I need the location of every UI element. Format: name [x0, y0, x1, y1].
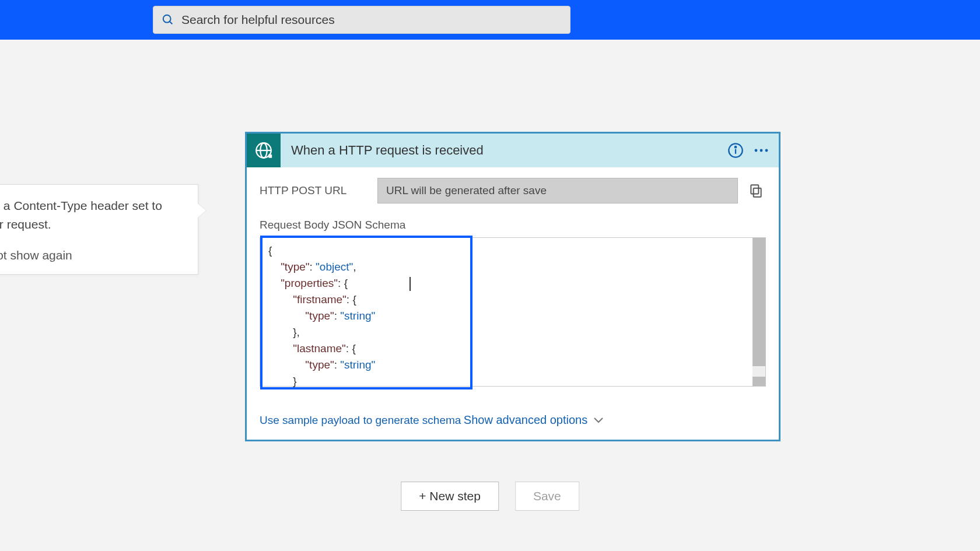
svg-point-8	[755, 149, 758, 152]
svg-point-9	[760, 149, 763, 152]
schema-editor[interactable]: { "type": "object", "properties": { "fir…	[260, 237, 766, 387]
svg-rect-12	[751, 185, 758, 194]
save-button: Save	[515, 482, 579, 511]
bottom-action-bar: + New step Save	[401, 482, 579, 511]
search-placeholder: Search for helpful resources	[181, 13, 335, 27]
svg-point-0	[163, 15, 171, 23]
http-request-icon	[247, 134, 281, 167]
advanced-options-label: Show advanced options	[464, 413, 587, 427]
svg-line-1	[170, 22, 173, 24]
search-input[interactable]: Search for helpful resources	[153, 6, 570, 34]
hint-tooltip: ude a Content-Type header set to your re…	[0, 184, 198, 275]
tooltip-dismiss-link[interactable]: o not show again	[0, 248, 184, 262]
tooltip-text: ude a Content-Type header set to your re…	[0, 196, 184, 233]
search-icon	[162, 13, 174, 26]
designer-canvas: ude a Content-Type header set to your re…	[0, 40, 980, 551]
copy-url-icon[interactable]	[746, 181, 766, 201]
http-url-row: HTTP POST URL URL will be generated afte…	[260, 178, 766, 203]
text-caret	[410, 277, 411, 291]
info-icon[interactable]	[725, 140, 746, 161]
http-url-label: HTTP POST URL	[260, 184, 369, 197]
svg-point-10	[765, 149, 768, 152]
trigger-card: When a HTTP request is received HTTP POS…	[245, 132, 780, 441]
schema-label: Request Body JSON Schema	[260, 219, 766, 231]
more-menu-icon[interactable]	[751, 140, 772, 161]
trigger-body: HTTP POST URL URL will be generated afte…	[247, 167, 779, 440]
svg-rect-11	[754, 188, 761, 197]
top-bar: Search for helpful resources	[0, 0, 980, 40]
trigger-header[interactable]: When a HTTP request is received	[247, 134, 779, 167]
svg-point-7	[735, 146, 736, 148]
show-advanced-options-toggle[interactable]: Show advanced options	[464, 413, 604, 427]
new-step-button[interactable]: + New step	[401, 482, 499, 511]
http-url-value: URL will be generated after save	[377, 178, 738, 203]
use-sample-payload-link[interactable]: Use sample payload to generate schema	[260, 414, 461, 427]
trigger-title: When a HTTP request is received	[291, 143, 720, 158]
scrollbar[interactable]	[752, 238, 765, 386]
chevron-down-icon	[593, 417, 604, 424]
